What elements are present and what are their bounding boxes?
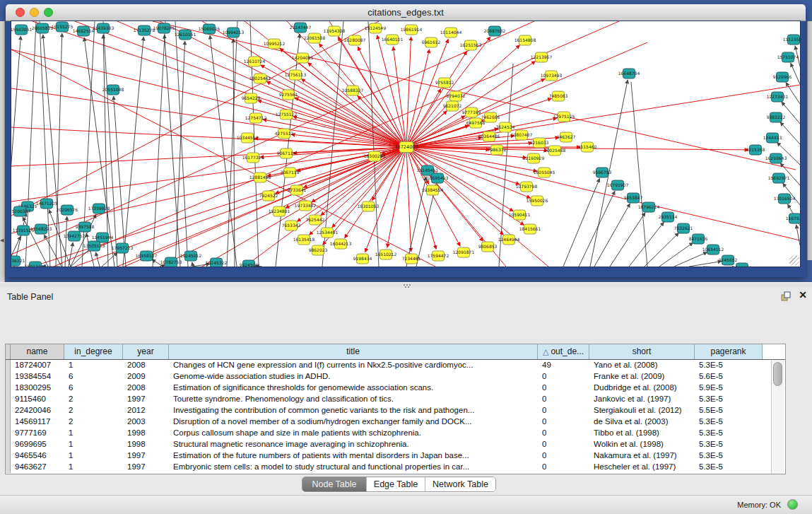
graph-node-label: 19245012 bbox=[180, 253, 202, 258]
table-row[interactable]: 1938455462009Genome-wide association stu… bbox=[6, 371, 785, 382]
cell-short: Stergiakouli et al. (2012) bbox=[589, 405, 695, 416]
cell-name: 9115460 bbox=[11, 394, 64, 405]
black-edge[interactable] bbox=[563, 178, 600, 267]
column-header-title[interactable]: title bbox=[169, 344, 538, 359]
network-graph[interactable]: 1099521212610724180254419654228127547121… bbox=[11, 21, 800, 267]
black-edge[interactable] bbox=[114, 96, 126, 267]
black-edge[interactable] bbox=[579, 191, 615, 267]
graph-node-label: 12975125 bbox=[553, 114, 575, 119]
red-edge[interactable] bbox=[412, 148, 800, 240]
row-gutter bbox=[6, 382, 11, 394]
red-edge[interactable] bbox=[11, 148, 401, 201]
black-edge[interactable] bbox=[95, 252, 100, 267]
graph-node-label: 10245322 bbox=[206, 260, 228, 265]
graph-node-label: 8471636 bbox=[689, 236, 708, 241]
black-edge[interactable] bbox=[210, 35, 237, 267]
graph-node-label: 12273431 bbox=[767, 94, 789, 99]
table-row[interactable]: 946362711997Embryonic stem cells: a mode… bbox=[6, 462, 785, 473]
black-edge[interactable] bbox=[791, 63, 800, 84]
red-edge[interactable] bbox=[406, 153, 411, 252]
float-window-icon[interactable] bbox=[780, 291, 792, 302]
column-header-in-degree[interactable]: in_degree bbox=[64, 344, 123, 359]
black-edge[interactable] bbox=[689, 261, 722, 267]
cell-out-degree: 0 bbox=[538, 439, 589, 450]
black-edge[interactable] bbox=[645, 233, 679, 267]
graph-node-label: 18415661 bbox=[519, 226, 541, 231]
black-edge[interactable] bbox=[175, 41, 185, 267]
graph-node-label: 2935114 bbox=[659, 214, 678, 219]
black-edge[interactable] bbox=[102, 252, 117, 267]
cell-in-degree: 2 bbox=[64, 394, 123, 405]
table-row[interactable]: 1456911722003Disruption of a novel membe… bbox=[6, 416, 785, 428]
graph-node-label: 12754712 bbox=[245, 115, 267, 120]
collapse-left-arrow-icon[interactable]: ◀ bbox=[0, 238, 4, 243]
cell-short: Hescheler et al. (1997) bbox=[589, 462, 695, 473]
black-edge[interactable] bbox=[782, 102, 800, 124]
graph-node-label: 7653342 bbox=[282, 223, 301, 228]
column-header-year[interactable]: year bbox=[123, 344, 169, 359]
black-edge[interactable] bbox=[56, 33, 62, 267]
black-edge[interactable] bbox=[796, 225, 800, 245]
column-header-out-degree[interactable]: △out_de... bbox=[538, 344, 589, 359]
tab-node-table[interactable]: Node Table bbox=[302, 477, 366, 491]
graph-node-label: 10995212 bbox=[264, 41, 286, 46]
network-canvas[interactable]: 1099521212610724180254419654228127547121… bbox=[11, 21, 800, 267]
cell-year: 1998 bbox=[123, 428, 169, 439]
graph-node-label: 18724007 bbox=[394, 144, 418, 150]
horizontal-splitter[interactable] bbox=[0, 282, 812, 288]
graph-node-label: 16280087 bbox=[344, 37, 366, 42]
table-scrollbar[interactable] bbox=[771, 360, 784, 474]
graph-node-label: 9621072 bbox=[443, 103, 462, 108]
red-edge[interactable] bbox=[11, 127, 401, 147]
column-header-short[interactable]: short bbox=[589, 344, 695, 359]
black-edge[interactable] bbox=[153, 21, 165, 267]
red-edge[interactable] bbox=[387, 153, 406, 247]
scrollbar-thumb[interactable] bbox=[773, 362, 782, 386]
black-edge[interactable] bbox=[780, 122, 800, 144]
black-edge[interactable] bbox=[610, 213, 645, 267]
splitter-grip-icon[interactable] bbox=[404, 284, 405, 286]
red-edge[interactable] bbox=[319, 44, 402, 143]
table-row[interactable]: 946554611997Estimation of the future num… bbox=[6, 450, 785, 462]
graph-node-label: 13505123 bbox=[83, 243, 105, 248]
red-edge[interactable] bbox=[406, 37, 411, 141]
column-header-pagerank[interactable]: pagerank bbox=[695, 344, 763, 359]
red-edge[interactable] bbox=[11, 21, 379, 216]
cell-pagerank: 5.3E-5 bbox=[695, 450, 763, 462]
network-window-titlebar[interactable]: citations_edges.txt bbox=[6, 4, 806, 21]
red-edge[interactable] bbox=[393, 47, 406, 141]
graph-node-label: 18025441 bbox=[249, 76, 271, 81]
black-edge[interactable] bbox=[594, 204, 630, 267]
column-header-name[interactable]: name bbox=[11, 344, 64, 359]
graph-node-label: 18301053 bbox=[358, 204, 379, 209]
graph-node-label: 16782753 bbox=[160, 259, 182, 264]
black-edge[interactable] bbox=[192, 262, 193, 267]
cell-pagerank: 5.3E-5 bbox=[695, 428, 763, 439]
cell-pagerank: 5.3E-5 bbox=[695, 416, 763, 428]
table-row[interactable]: 969969511998Structural magnetic resonanc… bbox=[6, 439, 785, 450]
cell-in-degree: 1 bbox=[64, 450, 123, 462]
table-row[interactable]: 1830029562008Estimation of significance … bbox=[6, 382, 785, 394]
table-row[interactable]: 1872400712008Changes of HCN gene express… bbox=[6, 360, 785, 371]
graph-node-label: 12091871 bbox=[453, 250, 475, 255]
graph-node-label: 7234461 bbox=[402, 256, 421, 261]
memory-ok-icon[interactable] bbox=[787, 499, 798, 510]
tab-network-table[interactable]: Network Table bbox=[425, 477, 495, 491]
black-edge[interactable] bbox=[233, 39, 235, 267]
table-row[interactable]: 977716911998Corpus callosum shape and si… bbox=[6, 428, 785, 439]
close-icon[interactable]: ✕ bbox=[797, 289, 808, 300]
graph-node-label: 20364486 bbox=[478, 134, 500, 139]
graph-node-label: 12755122 bbox=[276, 112, 298, 117]
tab-edge-table[interactable]: Edge Table bbox=[366, 477, 425, 491]
graph-node-label: 9397588 bbox=[76, 224, 95, 229]
row-gutter bbox=[6, 462, 11, 473]
table-row[interactable]: 2242004622012Investigating the contribut… bbox=[6, 405, 785, 416]
cell-short: Tibbo et al. (1998) bbox=[589, 428, 695, 439]
table-row[interactable]: 911546021997Tourette syndrome. Phenomeno… bbox=[6, 394, 785, 405]
sort-ascending-icon: △ bbox=[543, 347, 548, 356]
cell-in-degree: 6 bbox=[64, 371, 123, 382]
black-edge[interactable] bbox=[65, 216, 67, 267]
window-resize-grip[interactable] bbox=[789, 256, 799, 266]
black-edge[interactable] bbox=[659, 243, 693, 267]
graph-node-label: 7625442 bbox=[306, 217, 325, 222]
